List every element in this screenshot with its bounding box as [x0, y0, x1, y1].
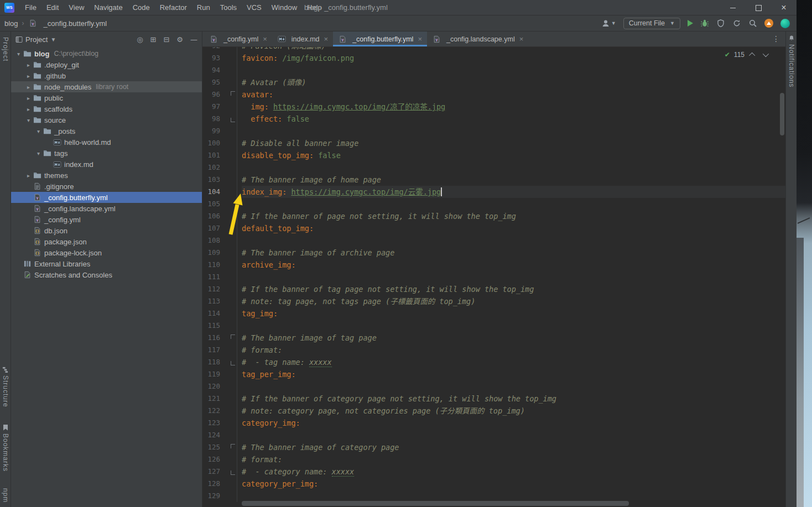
code-line-99[interactable]: 99 — [202, 125, 785, 137]
menu-tools[interactable]: Tools — [215, 0, 242, 15]
search-everywhere-button[interactable] — [748, 19, 757, 28]
menu-navigate[interactable]: Navigate — [89, 0, 127, 15]
tree-item-gitignore[interactable]: .gitignore — [11, 181, 202, 192]
tab-close-icon[interactable]: × — [519, 35, 524, 43]
chevron-right-icon[interactable]: ▸ — [24, 73, 33, 79]
tool-window-button-npm[interactable]: npm — [2, 488, 9, 503]
menu-vcs[interactable]: VCS — [242, 0, 267, 15]
tool-window-button-notifications[interactable]: Notifications — [788, 35, 795, 87]
code-line-103[interactable]: 103# The banner image of home page — [202, 174, 785, 186]
fold-end-icon[interactable] — [220, 113, 237, 125]
editor-horizontal-scrollbar[interactable] — [242, 501, 778, 506]
inspections-widget[interactable]: ✔ 115 — [722, 50, 771, 59]
tab-close-icon[interactable]: × — [418, 35, 422, 43]
code-line-102[interactable]: 102 — [202, 161, 785, 174]
user-avatar-badge[interactable] — [780, 19, 790, 28]
code-line-117[interactable]: 117# format: — [202, 344, 785, 356]
code-line-93[interactable]: 93favicon: /img/favicon.png — [202, 52, 785, 64]
prev-problem-button[interactable] — [748, 50, 757, 59]
code-line-126[interactable]: 126# format: — [202, 453, 785, 466]
tree-item-github[interactable]: ▸.github — [11, 70, 202, 81]
code-line-101[interactable]: 101disable_top_img: false — [202, 149, 785, 161]
tree-item-package-lock-json[interactable]: {}package-lock.json — [11, 247, 202, 258]
tree-item-config-yml[interactable]: Y_config.yml — [11, 214, 202, 225]
chevron-right-icon[interactable]: ▸ — [24, 106, 33, 112]
code-line-98[interactable]: 98 effect: false — [202, 113, 785, 125]
collapse-all-icon[interactable]: ⊟ — [163, 36, 169, 43]
maximize-button[interactable] — [746, 0, 771, 15]
code-line-97[interactable]: 97 img: https://img.cymgc.top/img/凉了的凉茶.… — [202, 101, 785, 113]
fold-start-icon[interactable] — [220, 88, 237, 101]
chevron-right-icon[interactable]: ▸ — [24, 173, 33, 179]
tree-item-config-butterfly-yml[interactable]: Y_config.butterfly.yml — [11, 192, 202, 203]
tree-item-blog[interactable]: ▾blogC:\project\blog — [11, 48, 202, 59]
tool-window-button-structure[interactable]: Structure — [2, 367, 9, 407]
fold-end-icon[interactable] — [220, 356, 237, 368]
code-line-105[interactable]: 105 — [202, 198, 785, 210]
tree-item-node-modules[interactable]: ▸node_moduleslibrary root — [11, 81, 202, 92]
code-line-127[interactable]: 127# - category name: xxxxx — [202, 466, 785, 478]
code-line-94[interactable]: 94 — [202, 64, 785, 76]
tree-item-scratches-and-consoles[interactable]: Scratches and Consoles — [11, 269, 202, 280]
code-line-119[interactable]: 119tag_per_img: — [202, 368, 785, 380]
run-button[interactable] — [688, 20, 693, 27]
menu-file[interactable]: File — [20, 0, 41, 15]
fold-end-icon[interactable] — [220, 466, 237, 478]
tree-item-index-md[interactable]: index.md — [11, 159, 202, 170]
code-line-129[interactable]: 129 — [202, 490, 785, 502]
fold-start-icon[interactable] — [220, 441, 237, 453]
code-line-107[interactable]: 107default_top_img: — [202, 222, 785, 234]
tab-close-icon[interactable]: × — [263, 35, 267, 43]
chevron-right-icon[interactable]: ▸ — [24, 95, 33, 101]
chevron-right-icon[interactable]: ▸ — [24, 62, 33, 68]
tree-item-config-landscape-yml[interactable]: Y_config.landscape.yml — [11, 203, 202, 214]
code-line-113[interactable]: 113# note: tag page, not tags page (子標籤頁… — [202, 295, 785, 307]
close-button[interactable]: × — [771, 0, 797, 15]
next-problem-button[interactable] — [761, 50, 769, 59]
code-line-100[interactable]: 100# Disable all banner image — [202, 137, 785, 149]
menu-run[interactable]: Run — [192, 0, 215, 15]
chevron-down-icon[interactable]: ▾ — [24, 117, 33, 123]
tree-item-external-libraries[interactable]: External Libraries — [11, 258, 202, 269]
tool-window-button-project[interactable]: Project — [2, 37, 9, 61]
tree-item-hello-world-md[interactable]: hello-world.md — [11, 137, 202, 148]
tree-item-package-json[interactable]: {}package.json — [11, 236, 202, 247]
project-view-dropdown-icon[interactable]: ▼ — [50, 36, 56, 43]
code-line-110[interactable]: 110archive_img: — [202, 259, 785, 271]
menu-code[interactable]: Code — [128, 0, 155, 15]
tool-window-button-bookmarks[interactable]: Bookmarks — [2, 424, 9, 472]
code-line-95[interactable]: 95# Avatar (頭像) — [202, 76, 785, 88]
tab-config-butterfly-yml[interactable]: Y_config.butterfly.yml× — [333, 32, 427, 46]
tree-item-db-json[interactable]: {}db.json — [11, 225, 202, 236]
vertical-scrollbar-thumb[interactable] — [780, 93, 784, 135]
code-line-116[interactable]: 116# The banner image of tag page — [202, 332, 785, 344]
code-line-96[interactable]: 96avatar: — [202, 88, 785, 101]
code-line-125[interactable]: 125# The banner image of category page — [202, 441, 785, 453]
tab-config-yml[interactable]: Y_config.yml× — [204, 32, 272, 46]
code-line-123[interactable]: 123category_img: — [202, 417, 785, 429]
code-line-109[interactable]: 109# The banner image of archive page — [202, 247, 785, 259]
tree-item-source[interactable]: ▾source — [11, 114, 202, 126]
tree-item-posts[interactable]: ▾_posts — [11, 126, 202, 137]
code-line-128[interactable]: 128category_per_img: — [202, 478, 785, 490]
debug-button[interactable] — [700, 19, 709, 28]
editor-vertical-scrollbar[interactable] — [779, 47, 785, 507]
minimize-button[interactable] — [720, 0, 746, 15]
code-line-124[interactable]: 124 — [202, 429, 785, 441]
chevron-down-icon[interactable]: ▾ — [34, 128, 43, 134]
code-line-122[interactable]: 122# note: category page, not categories… — [202, 405, 785, 417]
locate-file-icon[interactable]: ◎ — [137, 36, 143, 43]
code-line-120[interactable]: 120 — [202, 380, 785, 393]
code-line-118[interactable]: 118# - tag name: xxxxx — [202, 356, 785, 368]
horizontal-scrollbar-thumb[interactable] — [242, 501, 629, 506]
menu-window[interactable]: Window — [267, 0, 302, 15]
chevron-down-icon[interactable]: ▾ — [14, 51, 23, 57]
breadcrumb-project[interactable]: blog — [4, 19, 18, 28]
run-config-select[interactable]: Current File ▼ — [623, 18, 680, 29]
code-line-104[interactable]: 104index_img: https://img.cymgc.top/img/… — [202, 186, 785, 198]
code-line-121[interactable]: 121# If the banner of category page not … — [202, 393, 785, 405]
code-line-114[interactable]: 114tag_img: — [202, 307, 785, 320]
vcs-user-button[interactable]: ▼ — [601, 19, 616, 28]
chevron-right-icon[interactable]: ▸ — [24, 84, 33, 90]
hide-panel-icon[interactable]: — — [190, 36, 197, 43]
